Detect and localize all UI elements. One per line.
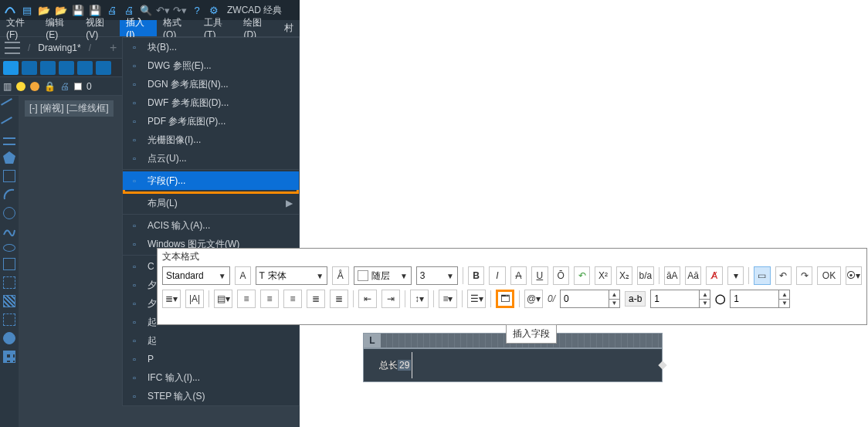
- spin-up-icon[interactable]: ▲: [700, 290, 710, 300]
- viewport-label[interactable]: [-] [俯视] [二维线框]: [25, 100, 114, 117]
- insert-menu-item[interactable]: ▫DWF 参考底图(D)...: [123, 93, 299, 112]
- arc-tool-icon[interactable]: [3, 188, 15, 201]
- layer-lock-icon[interactable]: 🔒: [44, 81, 56, 92]
- annotative-toggle[interactable]: A: [235, 266, 251, 285]
- oblique-field[interactable]: [561, 293, 609, 304]
- underline-button[interactable]: U: [531, 266, 548, 285]
- insert-menu-item[interactable]: ▫DWG 参照(E)...: [123, 56, 299, 75]
- justify-button[interactable]: ▤▾: [214, 290, 232, 308]
- menu-overflow[interactable]: 村: [278, 20, 300, 36]
- layer-freeze-icon[interactable]: [30, 82, 39, 91]
- saveas-icon[interactable]: 💾: [88, 3, 102, 17]
- ellipse-tool-icon[interactable]: [3, 244, 15, 252]
- width-field[interactable]: [731, 293, 778, 304]
- align-center-button[interactable]: ≡: [260, 290, 279, 308]
- font-dropdown[interactable]: Ꭲ宋体▼: [256, 266, 327, 285]
- menu-view[interactable]: 视图(V): [80, 20, 120, 36]
- xline-tool-icon[interactable]: [1, 117, 18, 134]
- preview-icon[interactable]: 🔍: [139, 3, 153, 17]
- add-tab-button[interactable]: +: [110, 41, 117, 55]
- new-icon[interactable]: ▤: [20, 3, 34, 17]
- tool-saveas-icon[interactable]: [59, 61, 74, 75]
- insert-menu-item[interactable]: ▫ACIS 输入(A)...: [123, 216, 299, 235]
- polygon-tool-icon[interactable]: [3, 151, 15, 164]
- spin-down-icon[interactable]: ▼: [700, 300, 710, 308]
- tool-plot-icon[interactable]: [77, 61, 93, 75]
- region-tool-icon[interactable]: [3, 313, 15, 326]
- spin-down-icon[interactable]: ▼: [609, 300, 619, 308]
- redo-icon[interactable]: ↷▾: [173, 3, 187, 17]
- strike-button[interactable]: A: [510, 266, 527, 285]
- ruler-toggle[interactable]: ▭: [754, 266, 770, 285]
- insert-menu-item[interactable]: ▫字段(F)...: [123, 171, 299, 190]
- resize-grip-icon[interactable]: [658, 361, 666, 369]
- tracking-field[interactable]: [651, 293, 699, 304]
- circle-tool-icon[interactable]: [3, 207, 15, 219]
- indent-left-button[interactable]: ⇤: [358, 290, 377, 308]
- redo2-button[interactable]: ↷: [796, 266, 812, 285]
- insert-menu-item[interactable]: ▫光栅图像(I)...: [123, 130, 299, 149]
- save-icon[interactable]: 💾: [71, 3, 85, 17]
- ok-button[interactable]: OK: [817, 266, 840, 285]
- point-tool-icon[interactable]: [3, 276, 15, 289]
- stack-button[interactable]: b/a: [637, 266, 653, 285]
- italic-button[interactable]: I: [489, 266, 505, 285]
- mtext-editor-button[interactable]: |A|: [185, 290, 204, 308]
- undo-button[interactable]: ↶: [574, 266, 590, 285]
- annotative-icon[interactable]: Å: [332, 266, 348, 285]
- layer-manager-icon[interactable]: ▥: [3, 81, 12, 92]
- insert-menu-item[interactable]: ▫IFC 输入(I)...: [123, 368, 299, 387]
- tool-new-icon[interactable]: [3, 61, 19, 75]
- insert-menu-item[interactable]: ▫PDF 参考底图(P)...: [123, 112, 299, 130]
- menu-file[interactable]: 文件(F): [0, 20, 39, 36]
- tool-open-icon[interactable]: [22, 61, 37, 75]
- columns-button[interactable]: ≣▾: [162, 290, 181, 308]
- hamburger-icon[interactable]: [5, 42, 20, 54]
- mtext-edit-box[interactable]: 总长29: [363, 348, 663, 382]
- insert-field-button[interactable]: 🗔: [496, 290, 514, 308]
- polyline-tool-icon[interactable]: [3, 137, 15, 145]
- insert-menu-item[interactable]: 布局(L)▶: [123, 194, 299, 212]
- insert-menu-item[interactable]: ▫STEP 输入(S): [123, 387, 299, 405]
- spin-down-icon[interactable]: ▼: [779, 300, 789, 308]
- menu-draw[interactable]: 绘图(D): [237, 20, 278, 36]
- line-tool-icon[interactable]: [1, 98, 18, 115]
- layer-plot-icon[interactable]: 🖨: [60, 81, 70, 92]
- menu-tools[interactable]: 工具(T): [198, 20, 237, 36]
- align-right-button[interactable]: ≡: [283, 290, 302, 308]
- menu-edit[interactable]: 编辑(E): [39, 20, 80, 36]
- spin-up-icon[interactable]: ▲: [779, 290, 789, 300]
- color-dropdown[interactable]: 随层▼: [354, 266, 412, 285]
- plot-preview-icon[interactable]: 🖨: [122, 3, 136, 17]
- more-options-button[interactable]: ⦿▾: [846, 266, 862, 285]
- bold-button[interactable]: B: [468, 266, 484, 285]
- insert-menu-item[interactable]: ▫块(B)...: [123, 38, 299, 56]
- superscript-button[interactable]: X²: [595, 266, 611, 285]
- open-icon[interactable]: 📂: [37, 3, 51, 17]
- menu-format[interactable]: 格式(O): [157, 20, 198, 36]
- bullets-button[interactable]: ☰▾: [467, 290, 486, 308]
- options-dropdown[interactable]: ▾: [727, 266, 744, 285]
- layer-0-label[interactable]: 0: [86, 81, 92, 92]
- print-icon[interactable]: 🖨: [105, 3, 119, 17]
- tool-undo-icon[interactable]: [96, 61, 111, 75]
- tool-save-icon[interactable]: [40, 61, 56, 75]
- spin-up-icon[interactable]: ▲: [609, 290, 619, 300]
- indent-right-button[interactable]: ⇥: [381, 290, 400, 308]
- subscript-button[interactable]: X₂: [616, 266, 632, 285]
- align-left-button[interactable]: ≡: [237, 290, 256, 308]
- clear-format-button[interactable]: A̸: [706, 266, 722, 285]
- ruler-handle[interactable]: L: [364, 334, 381, 347]
- symbol-button[interactable]: @▾: [524, 290, 543, 308]
- insert-menu-item[interactable]: ▫点云(U)...: [123, 149, 299, 168]
- undo-icon[interactable]: ↶▾: [156, 3, 170, 17]
- overline-button[interactable]: Ō: [553, 266, 569, 285]
- table-tool-icon[interactable]: [3, 351, 15, 363]
- open2-icon[interactable]: 📂: [54, 3, 68, 17]
- oblique-input[interactable]: ▲▼: [560, 290, 620, 308]
- size-dropdown[interactable]: 3▼: [416, 266, 458, 285]
- insert-menu-item[interactable]: ▫P: [123, 350, 299, 368]
- hatch-tool-icon[interactable]: [3, 295, 15, 307]
- donut-tool-icon[interactable]: [3, 332, 15, 344]
- align-justify-button[interactable]: ≣: [307, 290, 325, 308]
